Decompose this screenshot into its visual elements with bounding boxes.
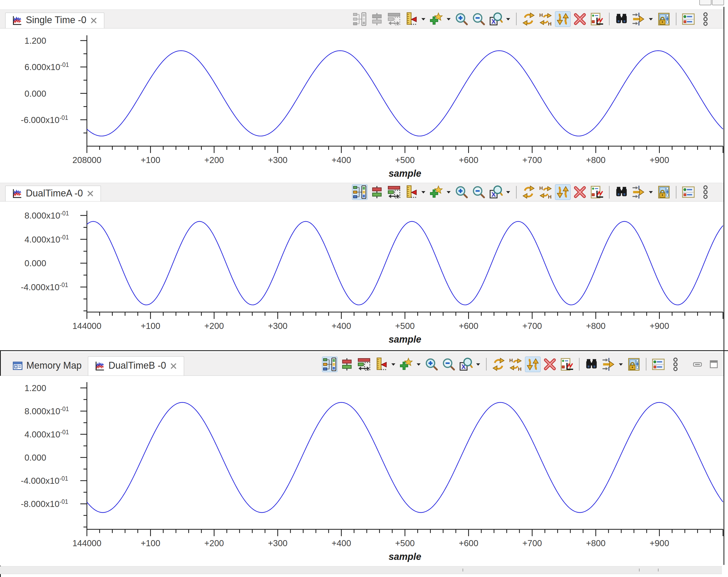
measurement-marker-icon bbox=[404, 12, 418, 26]
tab-single-time-0[interactable]: Single Time -0 bbox=[5, 12, 104, 28]
maximize-view-button[interactable] bbox=[712, 0, 724, 5]
svg-text:H: H bbox=[509, 357, 513, 363]
svg-text:+900: +900 bbox=[650, 155, 669, 165]
waveform-chart-dual-time-a: 8.000x10-014.000x10-010.000-4.000x10-011… bbox=[0, 201, 728, 350]
more-options-button[interactable] bbox=[668, 357, 683, 372]
waveform-chart-single-time: 1.2006.000x10-010.000-6.000x10-01208000+… bbox=[0, 28, 728, 181]
zoom-in-button[interactable] bbox=[454, 184, 469, 200]
zoom-fit-button[interactable]: X bbox=[488, 11, 512, 27]
tree-layout-button[interactable] bbox=[352, 11, 368, 27]
zoom-out-button[interactable] bbox=[441, 357, 457, 372]
caret-down-icon bbox=[475, 362, 481, 366]
add-trace-button[interactable] bbox=[428, 11, 452, 27]
tree-layout-button[interactable] bbox=[352, 184, 368, 200]
align-traces-button[interactable] bbox=[369, 11, 385, 27]
lock-view-button[interactable] bbox=[656, 184, 672, 200]
measurement-marker-button[interactable] bbox=[404, 11, 427, 27]
chart-panel-single-time: Single Time -0 X H H bbox=[0, 0, 728, 181]
jump-to-icon bbox=[602, 357, 616, 371]
add-trace-button[interactable] bbox=[428, 184, 452, 200]
fit-width-icon bbox=[387, 185, 401, 199]
view-menu-button[interactable] bbox=[681, 11, 696, 27]
caret-down-icon bbox=[505, 17, 511, 21]
view-menu-button[interactable] bbox=[681, 184, 696, 200]
refresh-button[interactable] bbox=[521, 11, 536, 27]
waveform-chart-dual-time-b: 1.2008.000x10-014.000x10-010.000-4.000x1… bbox=[0, 376, 728, 566]
jump-to-button[interactable] bbox=[631, 184, 654, 200]
maximize-view-button[interactable] bbox=[708, 359, 720, 370]
zoom-out-button[interactable] bbox=[471, 184, 487, 200]
tree-layout-button[interactable] bbox=[322, 357, 338, 372]
tab-dualtimea-0[interactable]: DualTimeA -0 bbox=[5, 186, 101, 201]
toolbar-separator bbox=[609, 12, 609, 25]
more-options-button[interactable] bbox=[698, 184, 713, 200]
chart-properties-button[interactable] bbox=[589, 11, 605, 27]
fit-width-button[interactable] bbox=[386, 184, 402, 200]
refresh-button[interactable] bbox=[491, 357, 506, 372]
search-button[interactable] bbox=[614, 184, 629, 200]
chart-properties-button[interactable] bbox=[589, 184, 605, 200]
close-tab-icon[interactable] bbox=[90, 17, 98, 24]
measurement-marker-button[interactable] bbox=[404, 184, 427, 200]
close-tab-icon[interactable] bbox=[86, 190, 94, 198]
zoom-fit-icon: X bbox=[489, 185, 503, 199]
fit-width-button[interactable] bbox=[386, 11, 402, 27]
zoom-fit-button[interactable]: X bbox=[458, 357, 482, 372]
svg-text:+500: +500 bbox=[395, 538, 415, 548]
fit-width-icon bbox=[387, 12, 401, 26]
lock-view-icon bbox=[657, 185, 671, 199]
chart-properties-button[interactable] bbox=[559, 357, 575, 372]
zoom-in-button[interactable] bbox=[424, 357, 439, 372]
svg-text:-6.000x10-01: -6.000x10-01 bbox=[21, 114, 68, 125]
measurement-marker-button[interactable] bbox=[373, 357, 397, 372]
svg-text:1.200: 1.200 bbox=[25, 383, 46, 393]
close-tab-icon[interactable] bbox=[170, 362, 178, 370]
caret-down-icon bbox=[648, 17, 654, 21]
refresh-halt-button[interactable]: H H bbox=[508, 357, 523, 372]
jump-to-button[interactable] bbox=[631, 11, 654, 27]
search-button[interactable] bbox=[584, 357, 599, 372]
zoom-out-button[interactable] bbox=[471, 11, 487, 27]
align-traces-button[interactable] bbox=[369, 184, 385, 200]
lock-view-button[interactable] bbox=[656, 11, 672, 27]
align-traces-button[interactable] bbox=[339, 357, 355, 372]
refresh-halt-button[interactable]: H H bbox=[538, 11, 553, 27]
search-button[interactable] bbox=[614, 11, 629, 27]
zoom-fit-button[interactable]: X bbox=[488, 184, 512, 200]
tabs-container: Single Time -0 bbox=[0, 10, 104, 28]
tree-layout-icon bbox=[353, 185, 367, 199]
clear-chart-button[interactable] bbox=[542, 357, 558, 372]
minimize-view-button[interactable] bbox=[699, 0, 711, 5]
minimize-icon bbox=[692, 359, 703, 370]
refresh-halt-button[interactable]: H H bbox=[538, 184, 553, 200]
fit-width-button[interactable] bbox=[356, 357, 372, 372]
jump-to-button[interactable] bbox=[601, 357, 625, 372]
editor-top-strip bbox=[0, 0, 728, 9]
svg-text:+600: +600 bbox=[459, 321, 478, 331]
zoom-in-button[interactable] bbox=[454, 11, 469, 27]
chart-properties-icon bbox=[560, 357, 574, 371]
svg-text:-4.000x10-01: -4.000x10-01 bbox=[21, 475, 68, 485]
continuous-refresh-button[interactable] bbox=[555, 184, 571, 200]
tab-memory-map[interactable]: Memory Map bbox=[6, 356, 88, 376]
continuous-refresh-button[interactable] bbox=[555, 11, 571, 27]
refresh-halt-icon: H H bbox=[539, 185, 553, 199]
svg-text:144000: 144000 bbox=[72, 321, 101, 331]
tab-dualtimeb-0[interactable]: DualTimeB -0 bbox=[88, 356, 184, 376]
refresh-button[interactable] bbox=[521, 184, 536, 200]
minimize-view-button[interactable] bbox=[692, 359, 703, 370]
refresh-halt-icon: H H bbox=[539, 12, 553, 26]
lock-view-button[interactable] bbox=[626, 357, 642, 372]
add-trace-button[interactable] bbox=[399, 357, 422, 372]
clear-chart-button[interactable] bbox=[572, 11, 588, 27]
clear-chart-button[interactable] bbox=[572, 184, 588, 200]
add-trace-icon bbox=[430, 185, 443, 199]
svg-text:+500: +500 bbox=[395, 155, 415, 165]
refresh-icon bbox=[522, 12, 536, 26]
view-menu-button[interactable] bbox=[651, 357, 666, 372]
svg-text:sample: sample bbox=[389, 168, 421, 179]
tab-label: DualTimeB -0 bbox=[108, 360, 166, 372]
continuous-refresh-button[interactable] bbox=[525, 357, 541, 372]
more-options-button[interactable] bbox=[698, 11, 713, 27]
svg-text:+900: +900 bbox=[650, 321, 669, 331]
